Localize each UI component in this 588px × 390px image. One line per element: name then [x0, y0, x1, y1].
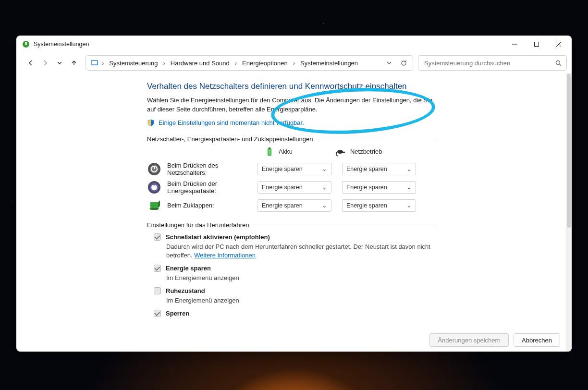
section-header: Einstellungen für das Herunterfahren: [147, 221, 435, 229]
column-battery-label: Akku: [279, 148, 293, 155]
content-area: Verhalten des Netzschalters definieren u…: [16, 73, 572, 352]
up-button[interactable]: [67, 56, 81, 70]
checkbox-label: Sperren: [166, 310, 189, 317]
chevron-right-icon: ›: [100, 60, 105, 67]
breadcrumb-item[interactable]: Energieoptionen: [240, 59, 290, 68]
column-headers: Akku Netzbetrieb: [147, 146, 435, 157]
battery-icon: [264, 146, 275, 157]
control-panel-icon: [91, 59, 98, 67]
shutdown-item-hibernate: Ruhezustand Im Energiemenü anzeigen: [154, 287, 435, 305]
dropdown-power-battery[interactable]: Energie sparen⌄: [257, 163, 331, 175]
chevron-down-icon: ⌄: [322, 202, 327, 209]
search-icon: [555, 60, 562, 66]
shutdown-item-lock: Sperren: [154, 310, 435, 317]
svg-rect-7: [92, 61, 97, 64]
footer-buttons: Änderungen speichern Abbrechen: [429, 333, 560, 347]
toolbar: › Systemsteuerung › Hardware und Sound ›…: [16, 53, 572, 73]
svg-rect-15: [343, 152, 345, 153]
dropdown-lid-battery[interactable]: Energie sparen⌄: [257, 199, 331, 212]
chevron-down-icon: ⌄: [322, 165, 327, 172]
section-title: Netzschalter-, Energiespartasten- und Zu…: [147, 135, 313, 143]
window-title: Systemeinstellungen: [34, 41, 89, 48]
forward-button[interactable]: [38, 56, 52, 70]
power-button-icon: [147, 162, 161, 176]
titlebar: Systemeinstellungen: [16, 36, 572, 53]
laptop-lid-icon: [147, 198, 161, 213]
scrollbar[interactable]: [566, 73, 572, 352]
item-description: Im Energiemenü anzeigen: [166, 274, 435, 282]
row-label: Beim Drücken der Energiespartaste:: [167, 180, 252, 195]
shutdown-settings-list: Schnellstart aktivieren (empfohlen) Dadu…: [154, 233, 435, 317]
checkbox[interactable]: [154, 310, 161, 317]
maximize-button[interactable]: [526, 37, 548, 52]
back-button[interactable]: [24, 56, 37, 70]
item-description: Dadurch wird der PC nach dem Herunterfah…: [166, 243, 435, 260]
svg-rect-3: [535, 42, 539, 47]
plug-icon: [336, 146, 346, 157]
svg-line-9: [560, 64, 562, 66]
scrollbar-thumb[interactable]: [567, 74, 571, 228]
breadcrumb-item[interactable]: Systemeinstellungen: [298, 59, 360, 68]
svg-rect-1: [25, 42, 27, 45]
search-box[interactable]: [418, 55, 567, 71]
control-panel-window: Systemeinstellungen › Systemsteuerung › …: [16, 36, 572, 352]
address-dropdown-button[interactable]: [383, 57, 395, 69]
minimize-button[interactable]: [503, 37, 526, 52]
dropdown-sleep-battery[interactable]: Energie sparen⌄: [257, 181, 331, 194]
option-row-sleep-button: Beim Drücken der Energiespartaste: Energ…: [147, 180, 435, 195]
checkbox-label: Ruhezustand: [166, 287, 205, 294]
section-header: Netzschalter-, Energiespartasten- und Zu…: [147, 135, 435, 143]
recent-locations-button[interactable]: [53, 56, 66, 70]
checkbox[interactable]: [154, 233, 161, 241]
checkbox-label: Energie sparen: [166, 265, 211, 272]
sleep-button-icon: [147, 180, 161, 195]
close-button[interactable]: [548, 37, 570, 52]
save-button[interactable]: Änderungen speichern: [429, 333, 509, 347]
svg-rect-14: [343, 151, 345, 151]
chevron-down-icon: ⌄: [406, 165, 412, 172]
chevron-down-icon: ⌄: [406, 183, 412, 191]
checkbox[interactable]: [154, 265, 161, 272]
page-intro: Wählen Sie die Energieeinstellungen für …: [147, 96, 435, 114]
checkbox[interactable]: [154, 287, 161, 294]
svg-point-8: [556, 61, 560, 64]
svg-rect-12: [269, 149, 271, 155]
shutdown-item-sleep: Energie sparen Im Energiemenü anzeigen: [154, 265, 435, 282]
option-row-lid-close: Beim Zuklappen: Energie sparen⌄ Energie …: [147, 198, 435, 213]
row-label: Beim Zuklappen:: [167, 202, 252, 209]
breadcrumb-item[interactable]: Hardware und Sound: [169, 59, 232, 68]
chevron-right-icon: ›: [233, 60, 238, 67]
option-row-power-button: Beim Drücken des Netzschalters: Energie …: [147, 162, 435, 176]
search-input[interactable]: [423, 59, 555, 67]
more-info-link[interactable]: Weitere Informationen: [194, 252, 256, 259]
app-icon: [22, 40, 30, 48]
dropdown-sleep-plugged[interactable]: Energie sparen⌄: [342, 181, 416, 194]
refresh-button[interactable]: [397, 57, 410, 69]
chevron-down-icon: ⌄: [322, 183, 327, 191]
row-label: Beim Drücken des Netzschalters:: [167, 162, 252, 176]
svg-point-13: [337, 150, 343, 154]
admin-unlock-link[interactable]: Einige Einstellungen sind momentan nicht…: [147, 119, 435, 127]
cancel-button[interactable]: Abbrechen: [514, 333, 560, 347]
shield-icon: [147, 119, 155, 127]
dropdown-power-plugged[interactable]: Energie sparen⌄: [342, 163, 416, 175]
item-description: Im Energiemenü anzeigen: [166, 296, 435, 305]
dropdown-lid-plugged[interactable]: Energie sparen⌄: [342, 199, 416, 212]
address-bar[interactable]: › Systemsteuerung › Hardware und Sound ›…: [86, 55, 413, 71]
column-plugged-label: Netzbetrieb: [350, 148, 382, 155]
breadcrumb-item[interactable]: Systemsteuerung: [107, 59, 159, 68]
admin-unlock-text[interactable]: Einige Einstellungen sind momentan nicht…: [159, 119, 304, 126]
shutdown-item-faststart: Schnellstart aktivieren (empfohlen) Dadu…: [154, 233, 435, 260]
page-title: Verhalten des Netzschalters definieren u…: [147, 82, 435, 91]
chevron-right-icon: ›: [292, 60, 296, 67]
svg-rect-11: [269, 147, 270, 149]
section-title: Einstellungen für das Herunterfahren: [147, 221, 249, 229]
chevron-right-icon: ›: [162, 60, 167, 67]
checkbox-label: Schnellstart aktivieren (empfohlen): [166, 233, 270, 241]
chevron-down-icon: ⌄: [406, 202, 412, 209]
